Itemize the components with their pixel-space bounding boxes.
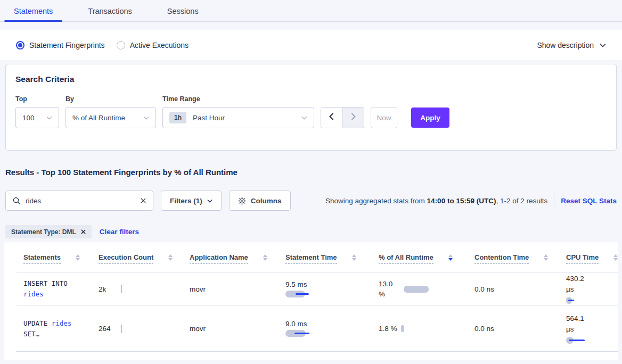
status-text: Showing aggregated stats from 14:00 to 1… [325,197,547,205]
search-box[interactable] [5,191,153,211]
column-header-cpu-time[interactable]: CPU Time [566,253,618,272]
column-header-statements[interactable]: Statements [23,253,99,272]
statement-cell: INSERT INTO rides [23,278,88,300]
column-header-contention-time[interactable]: Contention Time [474,253,566,272]
column-header-statement-time[interactable]: Statement Time [285,253,379,272]
filters-button[interactable]: Filters (1) [161,191,222,211]
close-icon[interactable] [141,198,146,203]
columns-button[interactable]: Columns [229,191,291,211]
sort-icon [168,254,173,261]
top-field: Top 100 [15,95,59,128]
cpu-time-cell: 430.2 µs [566,274,618,304]
cpu-time-value: 430.2 µs [566,274,588,295]
runtime-pct-cell: 13.0 % [379,279,474,299]
top-select[interactable]: 100 [15,107,59,128]
radio-statement-fingerprints[interactable]: Statement Fingerprints [16,41,105,49]
sql-keyword: SET… [23,330,39,338]
contention-time-cell: 0.0 ns [474,325,566,333]
chevron-down-icon [207,199,212,203]
row-divider [16,351,618,352]
filters-button-label: Filters (1) [170,197,202,205]
radio-unselected-icon[interactable] [117,41,125,49]
next-time-button[interactable] [342,107,364,128]
table-header-row: Statements Execution Count Application N… [4,242,618,272]
time-range-select[interactable]: 1h Past Hour [162,107,314,128]
close-icon[interactable] [81,229,86,234]
search-input[interactable] [26,197,135,205]
sql-keyword: UPDATE [23,319,52,327]
status-prefix: Showing aggregated stats from [325,197,427,205]
execution-count-value: 264 [99,325,111,333]
search-criteria-title: Search Criteria [15,75,607,84]
sort-icon [613,254,618,261]
search-criteria-panel: Search Criteria Top 100 By % of All Runt… [5,64,617,151]
top-tab-bar: Statements Transactions Sessions [0,0,622,22]
sort-icon [544,254,548,261]
table-row[interactable]: INSERT INTO rides 2k movr 9.5 ms 13.0 % … [4,272,618,305]
reset-sql-stats-link[interactable]: Reset SQL Stats [561,197,617,205]
time-nav-group [321,107,364,128]
statement-link[interactable]: rides [52,319,72,327]
runtime-pct-bar [404,286,429,293]
radio-selected-icon[interactable] [16,41,24,49]
previous-time-button[interactable] [321,107,342,128]
column-label: CPU Time [566,253,599,264]
runtime-pct-cell: 1.8 % [379,324,474,334]
table-row[interactable]: UPDATE rides SET… 264 movr 9.0 ms 1.8 % … [4,306,618,351]
top-select-value: 100 [22,114,35,122]
statement-link[interactable]: rides [23,290,44,298]
by-select[interactable]: % of All Runtime [66,107,156,128]
column-header-execution-count[interactable]: Execution Count [99,253,190,272]
column-label: Application Name [190,253,248,264]
chevron-left-icon [329,113,334,122]
statement-time-value: 9.0 ms [285,320,379,328]
column-header-pct-of-all-runtime[interactable]: % of All Runtime [379,253,474,272]
filter-chip-statement-type: Statement Type: DML [5,225,92,238]
statement-time-cell: 9.5 ms [285,280,379,298]
tab-statements[interactable]: Statements [4,0,62,21]
tab-transactions[interactable]: Transactions [78,0,141,21]
by-field: By % of All Runtime [66,95,156,128]
time-range-label: Time Range [162,95,314,103]
status-time-range: 14:00 to 15:59 (UTC) [427,197,496,205]
column-header-application-name[interactable]: Application Name [190,253,285,272]
show-description-label: Show description [537,41,594,49]
results-heading: Results - Top 100 Statement Fingerprints… [5,168,617,177]
clear-filters-link[interactable]: Clear filters [100,228,139,236]
column-label: Execution Count [99,253,153,264]
column-label: Statement Time [285,253,337,264]
filter-chip-label: Statement Type: DML [11,228,76,236]
tab-sessions[interactable]: Sessions [158,0,208,21]
column-label: % of All Runtime [379,253,433,264]
apply-button[interactable]: Apply [411,107,449,128]
time-range-badge: 1h [169,112,186,123]
execution-count-cell: 264 [99,325,190,333]
statement-time-bar [285,330,318,337]
statements-table: Statements Execution Count Application N… [4,242,618,360]
now-button[interactable]: Now [371,107,397,128]
cpu-time-bar [566,337,588,344]
chevron-down-icon [143,116,149,120]
by-label: By [66,95,156,103]
cpu-time-value: 564.1 µs [566,313,588,335]
radio-active-executions[interactable]: Active Executions [117,41,189,49]
sort-icon [76,254,80,261]
time-range-value: Past Hour [193,114,225,122]
top-label: Top [15,95,59,103]
statement-time-value: 9.5 ms [285,280,379,288]
runtime-pct-bar [401,325,404,332]
sort-icon [263,254,267,261]
gear-icon [238,197,246,205]
vertical-divider [554,193,554,209]
execution-count-bar [121,285,122,293]
execution-count-bar [121,325,122,333]
search-icon [13,197,20,204]
execution-count-value: 2k [99,285,106,293]
radio-label: Statement Fingerprints [29,41,105,49]
show-description-toggle[interactable]: Show description [537,41,606,49]
chevron-down-icon [301,116,307,120]
chevron-right-icon [351,113,356,122]
cpu-time-bar [566,297,588,304]
status-suffix: , 1-2 of 2 results [496,197,547,205]
radio-label: Active Executions [130,41,189,49]
